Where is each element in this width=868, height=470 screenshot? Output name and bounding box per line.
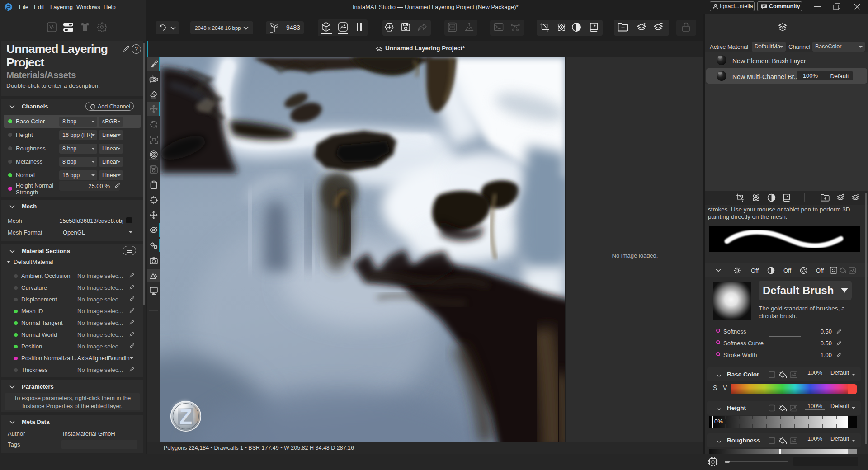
svg-text:Z: Z — [179, 405, 192, 428]
